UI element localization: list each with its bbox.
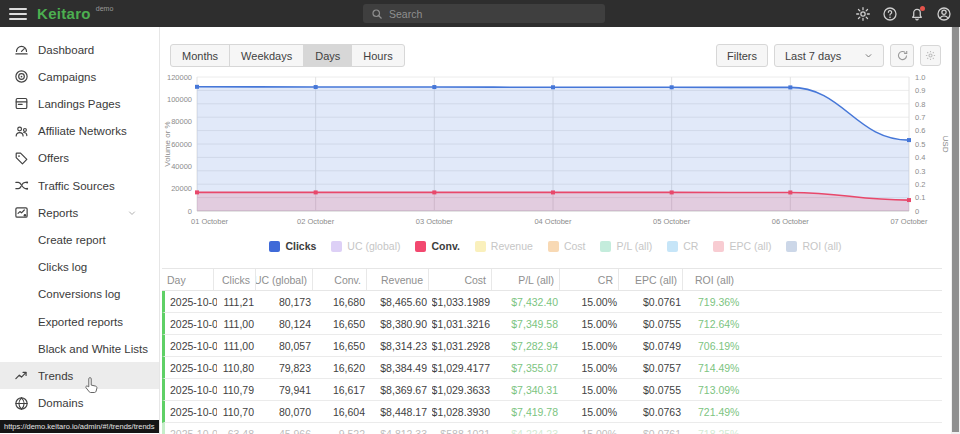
filters-button[interactable]: Filters	[716, 44, 768, 67]
legend-item-conv-[interactable]: Conv.	[415, 240, 459, 252]
legend-item-revenue[interactable]: Revenue	[475, 240, 533, 252]
cell-revenue: $4,812.33	[370, 423, 432, 434]
sidebar-item-label: Conversions log	[38, 288, 120, 300]
trends-icon	[13, 368, 29, 384]
column-header-uc-global-[interactable]: UC (global)	[256, 269, 313, 290]
tab-weekdays[interactable]: Weekdays	[229, 44, 304, 67]
main-content: MonthsWeekdaysDaysHours Filters Last 7 d…	[161, 27, 950, 434]
cell-cr: 15.00%	[563, 291, 622, 312]
sidebar-item-label: Create report	[38, 234, 106, 246]
cell-p-l-all-: $7,282.94	[495, 335, 563, 356]
column-header-conv-[interactable]: Conv.	[313, 269, 367, 290]
hamburger-menu-icon[interactable]	[9, 8, 27, 20]
tab-months[interactable]: Months	[170, 44, 230, 67]
scrollbar-thumb[interactable]	[952, 27, 959, 432]
table-row[interactable]: 2025-10-0763,4845,9669,522$4,812.33$588.…	[162, 423, 942, 434]
sidebar-item-domains[interactable]: Domains	[0, 390, 159, 417]
legend-item-cost[interactable]: Cost	[548, 240, 586, 252]
landings-pages-icon	[13, 96, 29, 112]
refresh-button[interactable]	[890, 44, 914, 67]
chart-settings-button[interactable]	[920, 45, 941, 66]
sidebar-item-clicks-log[interactable]: Clicks log	[0, 254, 159, 281]
svg-text:0: 0	[188, 207, 192, 216]
column-header-clicks[interactable]: Clicks	[214, 269, 256, 290]
settings-gear-icon-button[interactable]	[854, 5, 871, 22]
cell-uc-global-: 80,070	[259, 401, 316, 422]
cell-cr: 15.00%	[563, 313, 622, 334]
column-header-roi-all-[interactable]: ROI (all)	[683, 269, 942, 290]
column-header-p-l-all-[interactable]: P/L (all)	[492, 269, 560, 290]
domains-icon	[13, 395, 29, 411]
column-header-cost[interactable]: Cost	[429, 269, 492, 290]
table-row[interactable]: 2025-10-03111,0080,05716,650$8,314.23$1,…	[162, 335, 942, 357]
sidebar-item-trends[interactable]: Trends	[0, 362, 159, 389]
sidebar-item-affiliate-networks[interactable]: Affiliate Networks	[0, 118, 159, 145]
column-header-revenue[interactable]: Revenue	[367, 269, 429, 290]
controls-row: MonthsWeekdaysDaysHours Filters Last 7 d…	[161, 44, 950, 68]
cell-clicks: 110,80	[217, 357, 259, 378]
svg-text:0.3: 0.3	[915, 167, 925, 176]
legend-item-epc-all-[interactable]: EPC (all)	[713, 240, 771, 252]
sidebar-item-campaigns[interactable]: Campaigns	[0, 63, 159, 90]
sidebar-item-label: Domains	[38, 397, 83, 409]
svg-text:USD: USD	[941, 136, 950, 153]
legend-item-p-l-all-[interactable]: P/L (all)	[600, 240, 652, 252]
tab-hours[interactable]: Hours	[351, 44, 404, 67]
cell-cost: $1,031.2928	[432, 335, 495, 356]
trends-chart[interactable]: 02000040000600008000010000012000000.10.2…	[161, 70, 950, 232]
cell-clicks: 63,48	[217, 423, 259, 434]
column-header-epc-all-[interactable]: EPC (all)	[619, 269, 683, 290]
legend-item-clicks[interactable]: Clicks	[269, 240, 316, 252]
table-row[interactable]: 2025-10-06110,7080,07016,604$8,448.17$1,…	[162, 401, 942, 423]
sidebar-item-reports[interactable]: Reports	[0, 199, 159, 226]
cell-uc-global-: 79,941	[259, 379, 316, 400]
cell-roi-all-: 721.49%	[686, 401, 942, 422]
legend-item-cr[interactable]: CR	[667, 240, 698, 252]
account-icon-button[interactable]	[935, 5, 952, 22]
table-row[interactable]: 2025-10-04110,8079,82316,620$8,384.49$1,…	[162, 357, 942, 379]
legend-label: Conv.	[431, 240, 459, 252]
cell-day: 2025-10-02	[165, 313, 217, 334]
date-range-select[interactable]: Last 7 days	[774, 44, 884, 67]
cell-cost: $1,031.3216	[432, 313, 495, 334]
cell-cr: 15.00%	[563, 423, 622, 434]
column-header-day[interactable]: Day	[162, 269, 214, 290]
cell-day: 2025-10-04	[165, 357, 217, 378]
sidebar-item-traffic-sources[interactable]: Traffic Sources	[0, 172, 159, 199]
column-header-cr[interactable]: CR	[560, 269, 619, 290]
cell-cost: $1,033.1989	[432, 291, 495, 312]
sidebar-item-exported-reports[interactable]: Exported reports	[0, 308, 159, 335]
sidebar-item-create-report[interactable]: Create report	[0, 226, 159, 253]
affiliate-networks-icon	[13, 123, 29, 139]
legend-item-uc-global-[interactable]: UC (global)	[331, 240, 400, 252]
cell-roi-all-: 714.49%	[686, 357, 942, 378]
sidebar-item-black-and-white-lists[interactable]: Black and White Lists	[0, 335, 159, 362]
legend-label: Clicks	[285, 240, 316, 252]
sidebar-item-conversions-log[interactable]: Conversions log	[0, 281, 159, 308]
table-row[interactable]: 2025-10-05110,7979,94116,617$8,369.67$1,…	[162, 379, 942, 401]
table-row[interactable]: 2025-10-01111,2180,17316,680$8,465.60$1,…	[162, 291, 942, 313]
legend-item-roi-all-[interactable]: ROI (all)	[786, 240, 841, 252]
svg-text:0.7: 0.7	[915, 113, 925, 122]
tab-days[interactable]: Days	[303, 44, 352, 67]
cell-roi-all-: 706.19%	[686, 335, 942, 356]
cell-conv-: 16,680	[316, 291, 370, 312]
keitaro-logo[interactable]: Keitaro	[37, 5, 91, 22]
cell-clicks: 110,70	[217, 401, 259, 422]
vertical-scrollbar[interactable]	[951, 27, 960, 434]
landings-pages-icon	[14, 96, 29, 111]
sidebar-item-dashboard[interactable]: Dashboard	[0, 36, 159, 63]
sidebar-item-offers[interactable]: Offers	[0, 145, 159, 172]
sidebar-item-label: Reports	[38, 207, 78, 219]
search-input[interactable]: Search	[363, 4, 605, 23]
notifications-bell-icon-button[interactable]	[908, 5, 925, 22]
svg-text:0.9: 0.9	[915, 86, 925, 95]
account-icon	[936, 6, 952, 22]
sidebar-item-landings-pages[interactable]: Landings Pages	[0, 90, 159, 117]
cell-cr: 15.00%	[563, 357, 622, 378]
table-row[interactable]: 2025-10-02111,0080,12416,650$8,380.90$1,…	[162, 313, 942, 335]
cell-p-l-all-: $7,355.07	[495, 357, 563, 378]
cell-roi-all-: 713.09%	[686, 379, 942, 400]
help-icon-button[interactable]	[881, 5, 898, 22]
sidebar-item-label: Landings Pages	[38, 98, 120, 110]
